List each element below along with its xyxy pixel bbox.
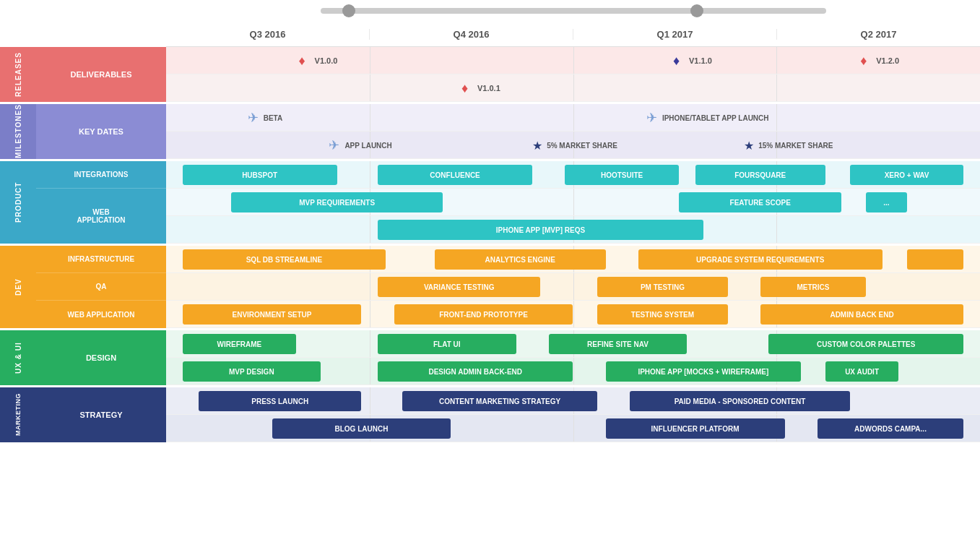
milestones-tl-row-1: ✈ APP LAUNCH ★ 5% MARKET SHARE ★ 15% MAR… xyxy=(166,132,980,159)
milestones-tag: MILESTONES xyxy=(0,104,36,159)
icon-5pct: ★ xyxy=(532,138,542,152)
diamond-v100: ♦ xyxy=(299,53,305,68)
bar-foursquare: FOURSQUARE xyxy=(695,165,825,185)
dev-left: DEV INFRASTRUCTURE QA WEB APPLICATION xyxy=(0,246,166,328)
dev-tl-webapp: ENVIRONMENT SETUP FRONT-END PROTOTYPE TE… xyxy=(166,301,980,328)
icon-app-launch: ✈ xyxy=(329,137,339,153)
slider-thumb-left[interactable] xyxy=(342,4,355,17)
milestones-tl-row-0: ✈ BETA ✈ IPHONE/TABLET APP LAUNCH xyxy=(166,104,980,132)
releases-label-deliverables: DELIVERABLES xyxy=(36,47,166,102)
dev-label-webapp: WEB APPLICATION xyxy=(36,301,166,328)
bar-mvp-req: MVP REQUIREMENTS xyxy=(231,192,443,212)
bar-color-palettes: CUSTOM COLOR PALETTES xyxy=(768,334,963,354)
bar-refine-nav: REFINE SITE NAV xyxy=(549,334,688,354)
icon-iphone-launch: ✈ xyxy=(646,110,657,126)
marketing-tag: MARKETING xyxy=(0,387,36,442)
label-iphone-launch: IPHONE/TABLET APP LAUNCH xyxy=(662,113,769,121)
diamond-v110: ♦ xyxy=(673,53,680,68)
slider-track[interactable] xyxy=(321,8,826,14)
quarter-q4-2016: Q4 2016 xyxy=(370,29,573,40)
label-v101: V1.0.1 xyxy=(477,84,500,93)
releases-section: RELEASES DELIVERABLES ♦ V1.0.0 ♦ V1.1.0 … xyxy=(0,47,980,104)
dev-label-qa: QA xyxy=(36,273,166,301)
bar-env-setup: ENVIRONMENT SETUP xyxy=(183,304,362,325)
ux-tl-row-1: MVP DESIGN DESIGN ADMIN BACK-END IPHONE … xyxy=(166,358,980,385)
quarter-q3-2016: Q3 2016 xyxy=(166,29,370,40)
product-label-integrations: INTEGRATIONS xyxy=(36,161,166,189)
milestones-section: MILESTONES KEY DATES ✈ BETA ✈ IPHONE/TAB… xyxy=(0,104,980,161)
quarter-q2-2017: Q2 2017 xyxy=(777,29,980,40)
product-labels: INTEGRATIONS WEBAPPLICATION xyxy=(36,161,166,244)
product-left: PRODUCT INTEGRATIONS WEBAPPLICATION xyxy=(0,161,166,244)
bar-analytics: ANALYTICS ENGINE xyxy=(435,249,606,270)
bar-mvp-design: MVP DESIGN xyxy=(183,361,321,382)
milestones-timeline: ✈ BETA ✈ IPHONE/TABLET APP LAUNCH ✈ APP … xyxy=(166,104,980,159)
bar-iphone-mvp: IPHONE APP [MVP] REQS xyxy=(378,220,703,240)
marketing-label-strategy: STRATEGY xyxy=(36,387,166,442)
product-tl-integrations: HUBSPOT CONFLUENCE HOOTSUITE FOURSQUARE … xyxy=(166,161,980,189)
releases-tag: RELEASES xyxy=(0,47,36,102)
releases-tl-row-0: ♦ V1.0.0 ♦ V1.1.0 ♦ V1.2.0 xyxy=(166,47,980,74)
diamond-v120: ♦ xyxy=(860,53,867,68)
ux-labels: DESIGN xyxy=(36,330,166,385)
dev-tag: DEV xyxy=(0,246,36,328)
bar-pm-testing: PM TESTING xyxy=(597,277,727,297)
marketing-timeline: PRESS LAUNCH CONTENT MARKETING STRATEGY … xyxy=(166,387,980,442)
releases-timeline: ♦ V1.0.0 ♦ V1.1.0 ♦ V1.2.0 ♦ V1.0.1 xyxy=(166,47,980,102)
dev-tl-qa: VARIANCE TESTING PM TESTING METRICS xyxy=(166,273,980,301)
icon-beta: ✈ xyxy=(248,110,259,126)
label-v100: V1.0.0 xyxy=(315,56,338,65)
bar-iphone-mocks: IPHONE APP [MOCKS + WIREFRAME] xyxy=(606,361,801,382)
bar-xero: XERO + WAV xyxy=(850,165,964,185)
bar-influencer: INFLUENCER PLATFORM xyxy=(606,418,785,439)
bar-ux-audit: UX AUDIT xyxy=(825,361,898,382)
label-beta: BETA xyxy=(264,113,282,121)
diamond-v101: ♦ xyxy=(461,80,468,95)
ux-timeline: WIREFRAME FLAT UI REFINE SITE NAV CUSTOM… xyxy=(166,330,980,385)
bar-paid-media: PAID MEDIA - SPONSORED CONTENT xyxy=(630,391,849,411)
dev-labels: INFRASTRUCTURE QA WEB APPLICATION xyxy=(36,246,166,328)
releases-labels: DELIVERABLES xyxy=(36,47,166,102)
ux-label-design: DESIGN xyxy=(36,330,166,385)
bar-blog-launch: BLOG LAUNCH xyxy=(272,418,451,439)
bar-confluence: CONFLUENCE xyxy=(378,165,532,185)
bar-upgrade: UPGRADE SYSTEM REQUIREMENTS xyxy=(638,249,883,270)
bar-design-admin: DESIGN ADMIN BACK-END xyxy=(378,361,573,382)
milestones-left: MILESTONES KEY DATES xyxy=(0,104,166,159)
icon-15pct: ★ xyxy=(744,138,754,152)
bar-hubspot: HUBSPOT xyxy=(183,165,337,185)
label-15pct: 15% MARKET SHARE xyxy=(758,141,833,149)
label-5pct: 5% MARKET SHARE xyxy=(547,141,617,149)
label-app-launch: APP LAUNCH xyxy=(344,141,391,149)
ux-tl-row-0: WIREFRAME FLAT UI REFINE SITE NAV CUSTOM… xyxy=(166,330,980,358)
marketing-left: MARKETING STRATEGY xyxy=(0,387,166,442)
marketing-labels: STRATEGY xyxy=(36,387,166,442)
milestones-labels: KEY DATES xyxy=(36,104,166,159)
timeline-container: Q3 2016 Q4 2016 Q1 2017 Q2 2017 RELEASES… xyxy=(0,0,980,550)
releases-left: RELEASES DELIVERABLES xyxy=(0,47,166,102)
product-label-webapp: WEBAPPLICATION xyxy=(36,189,166,244)
quarter-q1-2017: Q1 2017 xyxy=(573,29,777,40)
product-tl-iphone: IPHONE APP [MVP] REQS xyxy=(166,216,980,244)
ux-section: UX & UI DESIGN WIREFRAME FLAT UI REFINE … xyxy=(0,330,980,387)
bar-flatui: FLAT UI xyxy=(378,334,516,354)
milestones-label-keydates: KEY DATES xyxy=(36,104,166,159)
bar-adwords: ADWORDS CAMPA... xyxy=(818,418,964,439)
quarter-header-row: Q3 2016 Q4 2016 Q1 2017 Q2 2017 xyxy=(166,22,980,47)
label-v120: V1.2.0 xyxy=(876,56,899,65)
product-timeline: HUBSPOT CONFLUENCE HOOTSUITE FOURSQUARE … xyxy=(166,161,980,244)
slider-row xyxy=(166,0,980,22)
bar-variance: VARIANCE TESTING xyxy=(378,277,540,297)
label-v110: V1.1.0 xyxy=(689,56,712,65)
bar-hootsuite: HOOTSUITE xyxy=(565,165,679,185)
product-tl-mvp: MVP REQUIREMENTS FEATURE SCOPE ... xyxy=(166,189,980,216)
marketing-section: MARKETING STRATEGY PRESS LAUNCH CONTENT … xyxy=(0,387,980,442)
bar-upgrade-more xyxy=(907,249,964,270)
marketing-tl-row-0: PRESS LAUNCH CONTENT MARKETING STRATEGY … xyxy=(166,387,980,415)
slider-thumb-right[interactable] xyxy=(690,4,703,17)
dev-label-infra: INFRASTRUCTURE xyxy=(36,246,166,273)
bar-content-marketing: CONTENT MARKETING STRATEGY xyxy=(402,391,597,411)
ux-left: UX & UI DESIGN xyxy=(0,330,166,385)
dev-tl-infra: SQL DB STREAMLINE ANALYTICS ENGINE UPGRA… xyxy=(166,246,980,273)
bar-frontend: FRONT-END PROTOTYPE xyxy=(394,304,573,325)
